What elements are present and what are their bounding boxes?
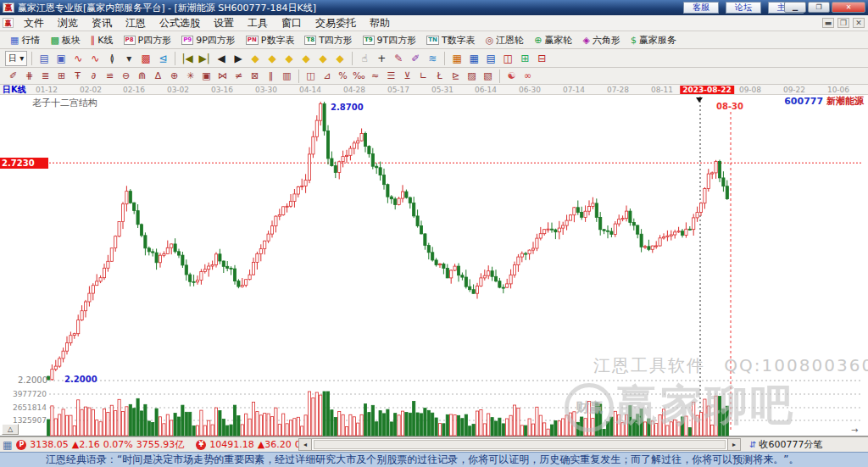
drawing-tool-square[interactable]: ⊞ — [54, 69, 69, 83]
menu-item-设置[interactable]: 设置 — [207, 15, 241, 31]
scroll-right-button[interactable]: ▸ — [727, 438, 741, 451]
hand-tool[interactable]: ☝ — [357, 51, 372, 66]
drawing-tool-percent[interactable]: % — [336, 69, 350, 83]
save-icon[interactable]: ◫ — [500, 51, 515, 66]
drawing-tool-lines[interactable]: ☰ — [384, 69, 398, 83]
goto-last-button[interactable]: ▶| — [197, 51, 212, 66]
drawing-tool-corner[interactable]: ∟ — [416, 69, 431, 83]
close-button[interactable]: ✕ — [832, 2, 865, 13]
menu-item-浏览[interactable]: 浏览 — [51, 15, 85, 31]
mdi-minimize-button[interactable]: ▬ — [822, 18, 834, 28]
pattern-box-icon[interactable]: ▩ — [138, 51, 153, 66]
zigzag-red-icon[interactable]: ∿ — [70, 51, 86, 66]
menu-item-工具[interactable]: 工具 — [241, 15, 275, 31]
drawing-tool-t[interactable]: Ŧ — [70, 69, 85, 83]
menu-item-江恩[interactable]: 江恩 — [119, 15, 153, 31]
gann-diamond-6[interactable]: ◆ — [332, 51, 348, 66]
kline-chart[interactable]: 老子十二宫结构 2.8700 2.7230 2.2000 2.2000 6007… — [0, 95, 868, 436]
yinyang-icon[interactable]: ☯ — [504, 69, 519, 83]
scrollbar-thumb[interactable] — [314, 440, 726, 449]
goto-first-button[interactable]: |◀ — [180, 51, 195, 66]
drawing-tool-star[interactable]: ✳ — [183, 69, 198, 83]
info-window-icon[interactable]: ▣ — [53, 51, 69, 66]
label-tool[interactable]: ✐ — [408, 51, 423, 66]
notes-icon[interactable]: ▤ — [483, 51, 498, 66]
step-back-button[interactable]: ◀ — [214, 51, 229, 66]
calculator-icon[interactable]: ▦ — [466, 51, 481, 66]
mdi-close-button[interactable]: ✕ — [853, 18, 865, 28]
drawing-tool-pen[interactable]: ✐ — [6, 69, 20, 83]
toolbar-p-square[interactable]: P8P四方形 — [119, 32, 177, 48]
toolbar-9p-square[interactable]: P99P四方形 — [176, 32, 241, 48]
drawing-tool-angle[interactable]: ≌ — [103, 69, 117, 83]
toolbar-t-square[interactable]: T8T四方形 — [299, 32, 357, 48]
menu-item-公式选股[interactable]: 公式选股 — [153, 15, 207, 31]
gann-diamond-1[interactable]: ◆ — [248, 51, 263, 66]
drawing-tool-panel[interactable]: ▥ — [280, 69, 294, 83]
toolbar-market-quotes[interactable]: ▦行情 — [5, 32, 45, 48]
drawing-tool-permille[interactable]: ‰ — [352, 69, 366, 83]
drawing-tool-levels[interactable]: ≣ — [38, 69, 53, 83]
minimize-button[interactable]: ▁ — [784, 2, 806, 13]
quick-button-2[interactable]: 论坛 — [726, 2, 761, 14]
drawing-tool-grid[interactable]: ⋕ — [22, 69, 36, 83]
gann-diamond-2[interactable]: ◆ — [264, 51, 280, 66]
quick-button-1[interactable]: 客服 — [683, 2, 719, 14]
drawing-tool-notequal[interactable]: ≠ — [231, 69, 246, 83]
toolbar-gann-wheel[interactable]: ◎江恩轮 — [481, 32, 530, 48]
quote-grid-icon[interactable]: ▦ — [3, 439, 12, 451]
scroll-left-button[interactable]: ◂ — [298, 438, 312, 451]
drawing-tool-hatch2[interactable]: ▧ — [481, 69, 495, 83]
drawing-tool-slope[interactable]: ⊵ — [448, 69, 463, 83]
toolbar-p-number-table[interactable]: PNP数字表 — [241, 32, 300, 48]
draw-line-tool[interactable]: ✎ — [391, 51, 406, 66]
candle-style-icon[interactable]: ≬ — [104, 51, 120, 66]
drawing-tool-cross[interactable]: ⋈ — [215, 69, 230, 83]
drawing-tool-bars[interactable]: ‖ — [264, 69, 278, 83]
mdi-restore-button[interactable]: ❐ — [837, 18, 849, 28]
drawing-tool-xbox[interactable]: ⊠ — [248, 69, 262, 83]
drawing-tool-hatch[interactable]: ▨ — [465, 69, 479, 83]
toolbar-t-number-table[interactable]: TNT数字表 — [421, 32, 480, 48]
crosshair-tool[interactable]: + — [374, 51, 389, 66]
drawing-tool-arc[interactable]: ⋒ — [135, 69, 149, 83]
menu-item-交易委托[interactable]: 交易委托 — [309, 15, 363, 31]
chart-scrollbar[interactable]: ◂ ▸ — [298, 438, 741, 451]
toolbar-winner-service[interactable]: $赢家服务 — [626, 32, 682, 48]
print-icon[interactable]: ⊟ — [534, 51, 549, 66]
scrollbar-track[interactable] — [312, 438, 727, 451]
toolbar-sectors[interactable]: ▩板块 — [45, 32, 85, 48]
toolbar-9t-square[interactable]: T99T四方形 — [358, 32, 421, 48]
drawing-tool-wedge[interactable]: ⊿ — [320, 69, 334, 83]
drawing-tool-approx[interactable]: ≈ — [368, 69, 382, 83]
toolbar-hexagon[interactable]: ◈六角形 — [577, 32, 625, 48]
drawing-tool-target[interactable]: ⊕ — [167, 69, 181, 83]
drawing-tool-box[interactable]: ▣ — [199, 69, 214, 83]
drawing-tool-fork[interactable]: ⊻ — [400, 69, 415, 83]
infinity-icon[interactable]: ∞ — [520, 69, 535, 83]
step-forward-button[interactable]: ▶ — [231, 51, 246, 66]
period-day-dropdown[interactable]: 日 ▾ — [5, 51, 27, 66]
candle-style-dropdown[interactable]: ▾ — [121, 51, 136, 66]
menu-item-资讯[interactable]: 资讯 — [85, 15, 119, 31]
gann-diamond-4[interactable]: ◆ — [298, 51, 314, 66]
sync-icon[interactable]: ⊞ — [517, 51, 532, 66]
calendar-icon[interactable]: ▦ — [449, 51, 465, 66]
gann-diamond-3[interactable]: ◆ — [281, 51, 297, 66]
drawing-tool-circle[interactable]: ⊖ — [119, 69, 133, 83]
maximize-button[interactable]: ❐ — [808, 2, 830, 13]
chart-mode-icon[interactable]: ▤ — [36, 51, 52, 66]
zigzag-red2-icon[interactable]: ∿ — [87, 51, 103, 66]
menu-item-帮助[interactable]: 帮助 — [363, 15, 397, 31]
drawing-tool-ruler[interactable]: ◫ — [303, 69, 318, 83]
drawing-tool-spiral[interactable]: ∂ — [86, 69, 101, 83]
toolbar-winner-wheel[interactable]: ⊕赢家轮 — [529, 32, 577, 48]
tick-data-shortcut[interactable]: ⇵ 收600777分笔 — [749, 438, 822, 451]
wave-tool[interactable]: ≋ — [425, 51, 440, 66]
menu-item-窗口[interactable]: 窗口 — [275, 15, 309, 31]
colored-flag-icon[interactable]: ⊴ — [155, 51, 170, 66]
drawing-tool-triangle[interactable]: ∆ — [151, 69, 165, 83]
menu-item-文件[interactable]: 文件 — [17, 15, 51, 31]
gann-diamond-5[interactable]: ◆ — [315, 51, 331, 66]
expand-pane-button[interactable]: △ — [2, 424, 19, 435]
